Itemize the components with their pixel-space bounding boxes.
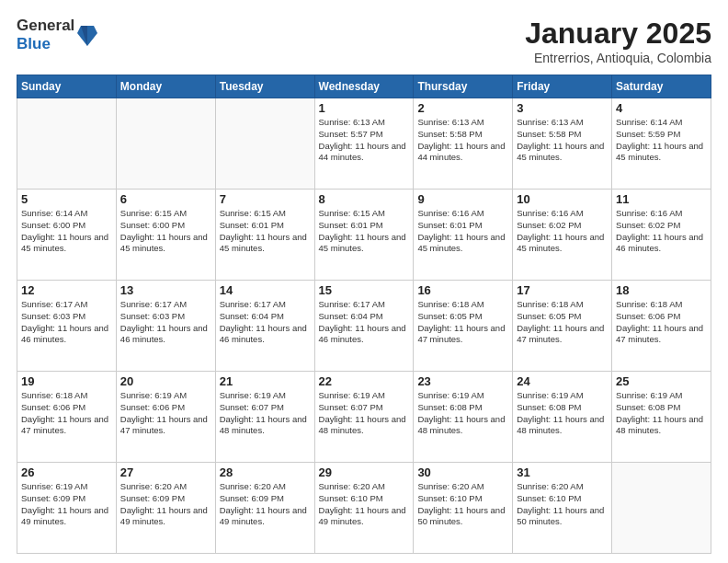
sunset-text: Sunset: 6:06 PM — [21, 402, 112, 414]
calendar-cell: 11Sunrise: 6:16 AMSunset: 6:02 PMDayligh… — [612, 190, 711, 281]
calendar-cell: 31Sunrise: 6:20 AMSunset: 6:10 PMDayligh… — [513, 463, 612, 554]
day-number: 22 — [319, 374, 410, 388]
daylight-text: Daylight: 11 hours and 50 minutes. — [517, 505, 608, 529]
sunrise-text: Sunrise: 6:19 AM — [319, 390, 410, 402]
calendar-cell: 15Sunrise: 6:17 AMSunset: 6:04 PMDayligh… — [314, 281, 414, 372]
sunset-text: Sunset: 6:10 PM — [319, 493, 410, 505]
day-info: Sunrise: 6:16 AMSunset: 6:02 PMDaylight:… — [616, 208, 707, 255]
day-info: Sunrise: 6:14 AMSunset: 5:59 PMDaylight:… — [616, 117, 707, 164]
sunrise-text: Sunrise: 6:19 AM — [616, 390, 707, 402]
calendar-week-row-1: 1Sunrise: 6:13 AMSunset: 5:57 PMDaylight… — [17, 98, 711, 190]
sunrise-text: Sunrise: 6:20 AM — [417, 481, 508, 493]
daylight-text: Daylight: 11 hours and 48 minutes. — [616, 414, 707, 438]
day-number: 26 — [21, 465, 112, 479]
day-info: Sunrise: 6:20 AMSunset: 6:10 PMDaylight:… — [417, 481, 508, 528]
sunset-text: Sunset: 6:09 PM — [220, 493, 311, 505]
sunset-text: Sunset: 6:03 PM — [120, 311, 211, 323]
day-info: Sunrise: 6:19 AMSunset: 6:08 PMDaylight:… — [417, 390, 508, 437]
sunset-text: Sunset: 5:59 PM — [616, 129, 707, 141]
day-number: 7 — [220, 192, 311, 206]
day-number: 24 — [517, 374, 608, 388]
day-number: 29 — [319, 465, 410, 479]
daylight-text: Daylight: 11 hours and 46 minutes. — [220, 323, 311, 347]
day-info: Sunrise: 6:17 AMSunset: 6:03 PMDaylight:… — [120, 299, 211, 346]
daylight-text: Daylight: 11 hours and 45 minutes. — [417, 232, 508, 256]
sunrise-text: Sunrise: 6:20 AM — [319, 481, 410, 493]
sunset-text: Sunset: 6:04 PM — [319, 311, 410, 323]
day-number: 6 — [120, 192, 211, 206]
calendar-cell: 30Sunrise: 6:20 AMSunset: 6:10 PMDayligh… — [414, 463, 513, 554]
sunrise-text: Sunrise: 6:16 AM — [517, 208, 608, 220]
calendar-cell — [215, 98, 314, 190]
calendar-cell: 1Sunrise: 6:13 AMSunset: 5:57 PMDaylight… — [314, 98, 414, 190]
sunrise-text: Sunrise: 6:20 AM — [120, 481, 211, 493]
sunrise-text: Sunrise: 6:15 AM — [220, 208, 311, 220]
daylight-text: Daylight: 11 hours and 45 minutes. — [220, 232, 311, 256]
header-sunday: Sunday — [17, 75, 117, 98]
daylight-text: Daylight: 11 hours and 48 minutes. — [517, 414, 608, 438]
sunrise-text: Sunrise: 6:15 AM — [120, 208, 211, 220]
calendar-cell: 6Sunrise: 6:15 AMSunset: 6:00 PMDaylight… — [116, 190, 215, 281]
day-info: Sunrise: 6:18 AMSunset: 6:06 PMDaylight:… — [616, 299, 707, 346]
sunset-text: Sunset: 6:05 PM — [517, 311, 608, 323]
sunrise-text: Sunrise: 6:14 AM — [21, 208, 112, 220]
calendar-cell: 28Sunrise: 6:20 AMSunset: 6:09 PMDayligh… — [215, 463, 314, 554]
sunrise-text: Sunrise: 6:17 AM — [120, 299, 211, 311]
header-tuesday: Tuesday — [215, 75, 314, 98]
logo-icon — [77, 24, 97, 48]
title-block: January 2025 Entrerrios, Antioquia, Colo… — [525, 17, 711, 65]
sunset-text: Sunset: 5:57 PM — [319, 129, 410, 141]
sunset-text: Sunset: 5:58 PM — [417, 129, 508, 141]
day-info: Sunrise: 6:13 AMSunset: 5:57 PMDaylight:… — [319, 117, 410, 164]
day-info: Sunrise: 6:20 AMSunset: 6:10 PMDaylight:… — [517, 481, 608, 528]
calendar-cell: 19Sunrise: 6:18 AMSunset: 6:06 PMDayligh… — [17, 372, 117, 463]
day-number: 4 — [616, 101, 707, 115]
calendar-cell: 2Sunrise: 6:13 AMSunset: 5:58 PMDaylight… — [414, 98, 513, 190]
month-title: January 2025 — [525, 17, 711, 51]
day-number: 20 — [120, 374, 211, 388]
day-number: 25 — [616, 374, 707, 388]
daylight-text: Daylight: 11 hours and 48 minutes. — [417, 414, 508, 438]
calendar-cell: 13Sunrise: 6:17 AMSunset: 6:03 PMDayligh… — [116, 281, 215, 372]
calendar-cell: 12Sunrise: 6:17 AMSunset: 6:03 PMDayligh… — [17, 281, 117, 372]
daylight-text: Daylight: 11 hours and 49 minutes. — [319, 505, 410, 529]
day-number: 8 — [319, 192, 410, 206]
daylight-text: Daylight: 11 hours and 45 minutes. — [517, 141, 608, 165]
calendar-week-row-2: 5Sunrise: 6:14 AMSunset: 6:00 PMDaylight… — [17, 190, 711, 281]
sunset-text: Sunset: 6:10 PM — [417, 493, 508, 505]
day-info: Sunrise: 6:13 AMSunset: 5:58 PMDaylight:… — [417, 117, 508, 164]
calendar-cell: 16Sunrise: 6:18 AMSunset: 6:05 PMDayligh… — [414, 281, 513, 372]
sunrise-text: Sunrise: 6:19 AM — [120, 390, 211, 402]
logo-text: General Blue — [17, 17, 74, 54]
day-number: 13 — [120, 283, 211, 297]
sunrise-text: Sunrise: 6:18 AM — [616, 299, 707, 311]
calendar-cell: 17Sunrise: 6:18 AMSunset: 6:05 PMDayligh… — [513, 281, 612, 372]
daylight-text: Daylight: 11 hours and 47 minutes. — [120, 414, 211, 438]
calendar-week-row-3: 12Sunrise: 6:17 AMSunset: 6:03 PMDayligh… — [17, 281, 711, 372]
sunrise-text: Sunrise: 6:18 AM — [517, 299, 608, 311]
daylight-text: Daylight: 11 hours and 45 minutes. — [21, 232, 112, 256]
header-wednesday: Wednesday — [314, 75, 414, 98]
sunset-text: Sunset: 6:02 PM — [616, 220, 707, 232]
day-number: 31 — [517, 465, 608, 479]
header-thursday: Thursday — [414, 75, 513, 98]
sunrise-text: Sunrise: 6:19 AM — [21, 481, 112, 493]
daylight-text: Daylight: 11 hours and 44 minutes. — [319, 141, 410, 165]
sunrise-text: Sunrise: 6:17 AM — [220, 299, 311, 311]
daylight-text: Daylight: 11 hours and 46 minutes. — [120, 323, 211, 347]
day-number: 9 — [417, 192, 508, 206]
sunset-text: Sunset: 6:00 PM — [21, 220, 112, 232]
daylight-text: Daylight: 11 hours and 45 minutes. — [517, 232, 608, 256]
daylight-text: Daylight: 11 hours and 44 minutes. — [417, 141, 508, 165]
day-number: 19 — [21, 374, 112, 388]
sunrise-text: Sunrise: 6:13 AM — [417, 117, 508, 129]
day-number: 23 — [417, 374, 508, 388]
calendar-week-row-4: 19Sunrise: 6:18 AMSunset: 6:06 PMDayligh… — [17, 372, 711, 463]
calendar-cell: 27Sunrise: 6:20 AMSunset: 6:09 PMDayligh… — [116, 463, 215, 554]
day-info: Sunrise: 6:20 AMSunset: 6:10 PMDaylight:… — [319, 481, 410, 528]
calendar-cell: 18Sunrise: 6:18 AMSunset: 6:06 PMDayligh… — [612, 281, 711, 372]
day-info: Sunrise: 6:15 AMSunset: 6:00 PMDaylight:… — [120, 208, 211, 255]
calendar-cell: 20Sunrise: 6:19 AMSunset: 6:06 PMDayligh… — [116, 372, 215, 463]
location: Entrerrios, Antioquia, Colombia — [525, 51, 711, 65]
day-number: 28 — [220, 465, 311, 479]
